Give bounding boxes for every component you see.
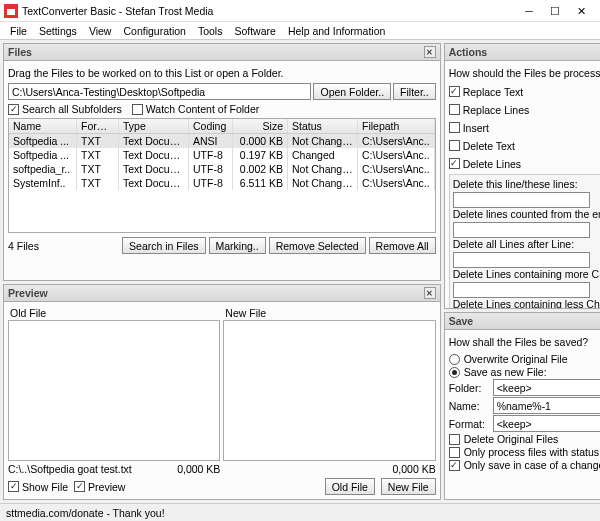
sub-input[interactable] bbox=[453, 222, 590, 238]
menu-configuration[interactable]: Configuration bbox=[117, 23, 191, 39]
old-file-label: Old File bbox=[8, 306, 220, 320]
old-file-button[interactable]: Old File bbox=[325, 478, 375, 495]
close-button[interactable]: ✕ bbox=[574, 4, 588, 18]
action-checkbox[interactable]: Replace Text bbox=[449, 86, 600, 98]
search-in-files-button[interactable]: Search in Files bbox=[122, 237, 205, 254]
menu-view[interactable]: View bbox=[83, 23, 118, 39]
files-title: Files bbox=[8, 46, 424, 58]
search-subfolders-checkbox[interactable]: Search all Subfolders bbox=[8, 103, 122, 115]
col-size[interactable]: Size bbox=[233, 119, 288, 133]
titlebar: TextConverter Basic - Stefan Trost Media… bbox=[0, 0, 600, 22]
col-filepath[interactable]: Filepath bbox=[358, 119, 435, 133]
col-status[interactable]: Status bbox=[288, 119, 358, 133]
name-label: Name: bbox=[449, 400, 489, 412]
action-checkbox[interactable]: Insert bbox=[449, 122, 600, 134]
menu-software[interactable]: Software bbox=[228, 23, 281, 39]
preview-size-old: 0,000 KB bbox=[177, 463, 220, 475]
delete-original-checkbox[interactable]: Delete Original Files bbox=[449, 433, 600, 445]
save-hint: How shall the Files be saved? bbox=[449, 334, 600, 352]
sub-input[interactable] bbox=[453, 192, 590, 208]
menu-help[interactable]: Help and Information bbox=[282, 23, 391, 39]
format-select[interactable]: <keep>▾ bbox=[493, 415, 600, 432]
old-file-box[interactable] bbox=[8, 320, 220, 461]
save-as-radio[interactable]: Save as new File: bbox=[449, 366, 600, 378]
sub-input[interactable] bbox=[453, 282, 590, 298]
col-format[interactable]: Format bbox=[77, 119, 119, 133]
save-title: Save bbox=[449, 315, 600, 327]
table-row[interactable]: softpedia_r..TXTText Docum..UTF-80.002 K… bbox=[9, 162, 435, 176]
statusbar: sttmedia.com/donate - Thank you! bbox=[0, 503, 600, 521]
maximize-button[interactable]: ☐ bbox=[548, 4, 562, 18]
menu-file[interactable]: File bbox=[4, 23, 33, 39]
svg-rect-1 bbox=[7, 7, 15, 9]
action-checkbox[interactable]: Delete Lines bbox=[449, 158, 600, 170]
files-collapse-icon[interactable]: ✕ bbox=[424, 46, 436, 58]
format-label: Format: bbox=[449, 418, 489, 430]
files-hint: Drag the Files to be worked on to this L… bbox=[8, 65, 436, 83]
preview-panel: Preview✕ Old File C:\..\Softpedia goat t… bbox=[3, 284, 441, 500]
file-grid[interactable]: Name Format Type Coding Size Status File… bbox=[8, 118, 436, 233]
actions-hint: How should the Files be processed? bbox=[449, 65, 600, 83]
actions-panel: Actions✕ How should the Files be process… bbox=[444, 43, 600, 309]
file-count: 4 Files bbox=[8, 240, 119, 252]
status-text: sttmedia.com/donate - Thank you! bbox=[6, 507, 165, 519]
new-file-button[interactable]: New File bbox=[381, 478, 436, 495]
preview-size-new: 0,000 KB bbox=[392, 463, 435, 475]
watch-content-checkbox[interactable]: Watch Content of Folder bbox=[132, 103, 259, 115]
preview-path: C:\..\Softpedia goat test.txt bbox=[8, 463, 177, 475]
preview-collapse-icon[interactable]: ✕ bbox=[424, 287, 436, 299]
window-title: TextConverter Basic - Stefan Trost Media bbox=[22, 5, 522, 17]
app-icon bbox=[4, 4, 18, 18]
remove-all-button[interactable]: Remove All bbox=[369, 237, 436, 254]
only-marked-checkbox[interactable]: Only process files with status "Marked" bbox=[449, 446, 600, 458]
folder-label: Folder: bbox=[449, 382, 489, 394]
actions-title: Actions bbox=[449, 46, 600, 58]
remove-selected-button[interactable]: Remove Selected bbox=[269, 237, 366, 254]
filter-button[interactable]: Filter.. bbox=[393, 83, 436, 100]
overwrite-radio[interactable]: Overwrite Original File bbox=[449, 353, 600, 365]
name-select[interactable]: %name%-1▾ bbox=[493, 397, 600, 414]
new-file-box[interactable] bbox=[223, 320, 435, 461]
table-row[interactable]: Softpedia ...TXTText Docum..ANSI0.000 KB… bbox=[9, 134, 435, 148]
marking-button[interactable]: Marking.. bbox=[209, 237, 266, 254]
save-panel: Save✕ How shall the Files be saved? Over… bbox=[444, 312, 600, 500]
table-row[interactable]: SystemInf..TXTText Docum..UTF-86.511 KBN… bbox=[9, 176, 435, 190]
new-file-label: New File bbox=[223, 306, 435, 320]
preview-title: Preview bbox=[8, 287, 424, 299]
files-panel: Files✕ Drag the Files to be worked on to… bbox=[3, 43, 441, 281]
path-input[interactable] bbox=[8, 83, 311, 100]
folder-select[interactable]: <keep>▾ bbox=[493, 379, 600, 396]
menu-settings[interactable]: Settings bbox=[33, 23, 83, 39]
only-change-checkbox[interactable]: Only save in case of a change bbox=[449, 459, 600, 471]
col-type[interactable]: Type bbox=[119, 119, 189, 133]
action-checkbox[interactable]: Delete Text bbox=[449, 140, 600, 152]
show-file-checkbox[interactable]: Show File bbox=[8, 481, 68, 493]
preview-checkbox[interactable]: Preview bbox=[74, 481, 125, 493]
delete-lines-sub: Delete this line/these lines:Example: "1… bbox=[449, 174, 600, 308]
action-checkbox[interactable]: Replace Lines bbox=[449, 104, 600, 116]
col-coding[interactable]: Coding bbox=[189, 119, 233, 133]
sub-input[interactable] bbox=[453, 252, 590, 268]
minimize-button[interactable]: ─ bbox=[522, 4, 536, 18]
menubar: File Settings View Configuration Tools S… bbox=[0, 22, 600, 40]
col-name[interactable]: Name bbox=[9, 119, 77, 133]
menu-tools[interactable]: Tools bbox=[192, 23, 229, 39]
open-folder-button[interactable]: Open Folder.. bbox=[313, 83, 391, 100]
table-row[interactable]: Softpedia ...TXTText Docum..UTF-80.197 K… bbox=[9, 148, 435, 162]
